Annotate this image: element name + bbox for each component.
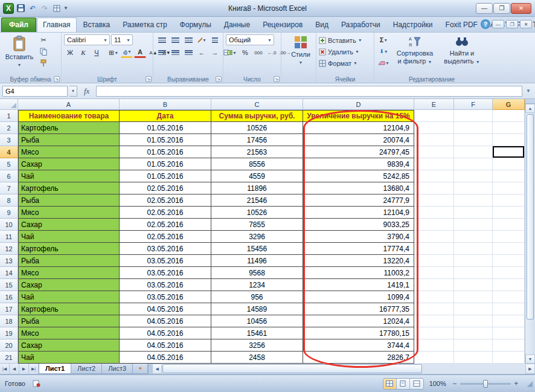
revenue-cell[interactable]: 15461	[211, 327, 303, 339]
orientation-button[interactable]: ▼	[196, 34, 208, 45]
row-header[interactable]: 17	[0, 303, 18, 315]
cell-e[interactable]	[414, 303, 454, 315]
product-cell[interactable]: Рыба	[18, 255, 120, 267]
cell-g[interactable]	[493, 134, 525, 146]
cell-f[interactable]	[454, 158, 493, 170]
date-cell[interactable]: 04.05.2016	[120, 339, 211, 352]
revenue-cell[interactable]: 2458	[211, 352, 303, 364]
date-cell[interactable]: 01.05.2016	[120, 134, 211, 146]
ribbon-tab[interactable]: Разработчи	[335, 18, 386, 32]
column-header[interactable]: A	[18, 99, 120, 110]
increase-cell[interactable]: 13680,4	[303, 182, 414, 194]
cell-g[interactable]	[493, 194, 525, 207]
cell-f[interactable]	[454, 352, 493, 364]
name-box-dropdown[interactable]: ▼	[69, 86, 77, 97]
product-cell[interactable]: Картофель	[18, 303, 120, 315]
excel-logo-icon[interactable]: X	[3, 3, 14, 14]
wrap-text-button[interactable]	[209, 34, 221, 45]
date-cell[interactable]: 04.05.2016	[120, 352, 211, 364]
prev-sheet-button[interactable]: ◀	[10, 364, 19, 374]
cell-g[interactable]	[493, 267, 525, 279]
cell-f[interactable]	[454, 122, 493, 134]
cell-g[interactable]	[493, 303, 525, 315]
row-header[interactable]: 11	[0, 231, 18, 243]
product-cell[interactable]: Чай	[18, 291, 120, 303]
first-sheet-button[interactable]: |◀	[0, 364, 10, 374]
row-header[interactable]: 14	[0, 267, 18, 279]
row-header[interactable]: 1	[0, 110, 18, 122]
autosum-button[interactable]: Σ▼	[377, 34, 391, 45]
cell-g[interactable]	[493, 170, 525, 182]
row-header[interactable]: 5	[0, 158, 18, 170]
formula-input[interactable]	[96, 86, 522, 97]
increase-cell[interactable]: 3790,4	[303, 231, 414, 243]
cell-g[interactable]	[493, 255, 525, 267]
revenue-cell[interactable]: 4559	[211, 170, 303, 182]
workbook-minimize-button[interactable]: —	[492, 20, 504, 28]
insert-cells-button[interactable]: Вставить ▼	[319, 34, 371, 46]
row-header[interactable]: 15	[0, 279, 18, 291]
increase-cell[interactable]: 12104,9	[303, 122, 414, 134]
minimize-button[interactable]: —	[476, 3, 493, 14]
date-cell[interactable]: 01.05.2016	[120, 158, 211, 170]
sheet-tab[interactable]: Лист2	[71, 364, 102, 374]
ribbon-tab[interactable]: Вставка	[77, 18, 117, 32]
row-header[interactable]: 6	[0, 170, 18, 182]
cell-e[interactable]	[414, 279, 454, 291]
cell-f[interactable]	[454, 267, 493, 279]
date-cell[interactable]: 02.05.2016	[120, 194, 211, 207]
date-cell[interactable]: 04.05.2016	[120, 327, 211, 339]
cell-e[interactable]	[414, 339, 454, 352]
zoom-in-button[interactable]: +	[513, 379, 519, 388]
zoom-level-label[interactable]: 100%	[429, 380, 446, 387]
date-cell[interactable]: 03.05.2016	[120, 267, 211, 279]
sheet-tab[interactable]: Лист3	[101, 364, 133, 374]
product-cell[interactable]: Рыба	[18, 315, 120, 327]
row-header[interactable]: 8	[0, 194, 18, 207]
cell-g[interactable]	[493, 158, 525, 170]
sort-filter-button[interactable]: АЯ Сортировка и фильтр ▼	[392, 34, 438, 72]
delete-cells-button[interactable]: Удалить ▼	[319, 46, 371, 57]
cell-e[interactable]	[414, 243, 454, 255]
find-select-button[interactable]: Найти и выделить ▼	[439, 34, 485, 72]
cell-c1[interactable]: Сумма выручки, руб.	[211, 110, 303, 122]
increase-cell[interactable]: 2826,7	[303, 352, 414, 364]
increase-cell[interactable]: 3744,4	[303, 339, 414, 352]
date-cell[interactable]: 04.05.2016	[120, 303, 211, 315]
ribbon-tab[interactable]: Главная	[37, 18, 77, 32]
increase-cell[interactable]: 9839,4	[303, 158, 414, 170]
cell-f[interactable]	[454, 207, 493, 219]
date-cell[interactable]: 01.05.2016	[120, 122, 211, 134]
product-cell[interactable]: Мясо	[18, 327, 120, 339]
revenue-cell[interactable]: 11896	[211, 182, 303, 194]
font-color-button[interactable]: А	[134, 47, 146, 58]
cell-e[interactable]	[414, 170, 454, 182]
revenue-cell[interactable]: 21546	[211, 194, 303, 207]
date-cell[interactable]: 02.05.2016	[120, 182, 211, 194]
revenue-cell[interactable]: 10456	[211, 315, 303, 327]
zoom-slider-track[interactable]	[460, 383, 511, 385]
cell-g[interactable]	[493, 243, 525, 255]
row-header[interactable]: 2	[0, 122, 18, 134]
number-dialog-launcher[interactable]: ↘	[274, 76, 280, 82]
ribbon-tab[interactable]: Вид	[309, 18, 335, 32]
redo-button[interactable]: ↷	[39, 3, 50, 14]
copy-button[interactable]	[37, 46, 50, 57]
cell-e[interactable]	[414, 327, 454, 339]
align-center-button[interactable]	[169, 47, 181, 58]
column-header[interactable]: D	[303, 99, 414, 110]
save-button[interactable]	[15, 3, 26, 14]
column-header[interactable]: E	[414, 99, 454, 110]
cell-e[interactable]	[414, 182, 454, 194]
next-sheet-button[interactable]: ▶	[19, 364, 29, 374]
cell-e[interactable]	[414, 146, 454, 158]
cell-g[interactable]	[493, 327, 525, 339]
increase-decimal-button[interactable]: ←.0	[266, 47, 278, 58]
formula-bar-expand-button[interactable]: ▼	[524, 88, 533, 94]
cell-f[interactable]	[454, 231, 493, 243]
date-cell[interactable]: 03.05.2016	[120, 255, 211, 267]
increase-indent-button[interactable]: →	[209, 47, 221, 58]
revenue-cell[interactable]: 8556	[211, 158, 303, 170]
cell-g[interactable]	[493, 279, 525, 291]
row-header[interactable]: 9	[0, 207, 18, 219]
